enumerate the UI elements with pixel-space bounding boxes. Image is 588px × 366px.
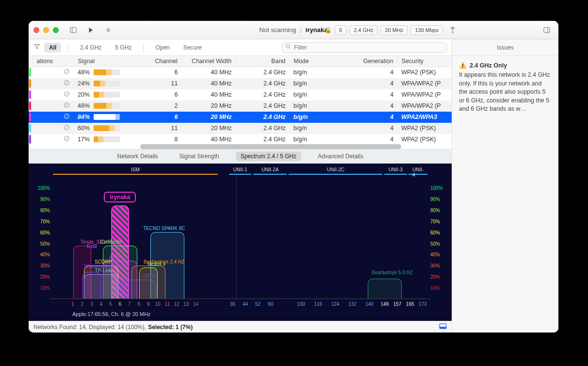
pill-channel[interactable]: 6	[335, 25, 346, 35]
issues-sidebar: Issues ⚠️ 2.4 GHz Only It appears this n…	[452, 39, 558, 333]
channel-tick: 44	[243, 301, 248, 307]
antenna-icon[interactable]	[446, 25, 459, 35]
search-box[interactable]	[282, 42, 447, 53]
tab-advanced-details[interactable]: Advanced Details	[313, 151, 368, 161]
close-window-button[interactable]	[33, 27, 39, 33]
table-row[interactable]: 24% 11 40 MHz 2.4 GHz b/g/n 4 WPA/WPA2 (…	[29, 78, 452, 89]
table-row[interactable]: 60% 11 20 MHz 2.4 GHz b/g/n 4 WPA2 (PSK)	[29, 123, 452, 134]
col-width[interactable]: Channel Width	[181, 56, 235, 67]
issue-item[interactable]: ⚠️ 2.4 GHz Only It appears this network …	[452, 56, 558, 119]
col-signal[interactable]: Signal	[74, 56, 128, 67]
signal-text: 84%	[78, 114, 90, 120]
y-tick: 10%	[430, 285, 450, 291]
cell-generation: 4	[343, 100, 397, 112]
secure-icon	[64, 81, 70, 87]
pill-rate[interactable]: 130 Mbps	[410, 25, 442, 35]
filter-secure[interactable]: Secure	[179, 43, 207, 52]
col-security[interactable]: Security	[397, 56, 451, 67]
network-shape[interactable]	[82, 272, 101, 299]
table-row[interactable]: 48% 2 20 MHz 2.4 GHz b/g/n 4 WPA/WPA2 (P	[29, 100, 452, 112]
selected-network-bubble: irynaka	[104, 192, 136, 202]
svg-line-11	[65, 81, 68, 84]
channel-tick: 4	[100, 301, 103, 307]
table-row[interactable]: 84% 6 20 MHz 2.4 GHz b/g/n 4 WPA2/WPA3	[29, 112, 452, 123]
band-label: UNII-4	[412, 167, 424, 178]
signal-bar	[94, 103, 120, 109]
zoom-window-button[interactable]	[53, 27, 59, 33]
cell-width: 20 MHz	[181, 112, 235, 123]
channel-tick: 36	[230, 301, 235, 307]
y-tick: 80%	[31, 208, 50, 213]
signal-bar	[94, 92, 120, 98]
search-input[interactable]	[294, 44, 443, 51]
cell-generation: 4	[343, 112, 397, 123]
filter-5ghz[interactable]: 5 GHz	[110, 43, 136, 52]
cell-mode: b/g/n	[290, 134, 343, 145]
filter-24ghz[interactable]: 2.4 GHz	[75, 43, 106, 52]
band-label: ISM	[131, 167, 140, 172]
titlebar: Not scanning | irynaka 🔒 6 2.4 GHz 20 MH…	[29, 21, 558, 39]
network-shape[interactable]	[368, 279, 402, 299]
tab-signal-strength[interactable]: Signal Strength	[175, 151, 224, 161]
cell-generation: 4	[343, 89, 397, 100]
app-window: Not scanning | irynaka 🔒 6 2.4 GHz 20 MH…	[29, 21, 558, 333]
filter-all[interactable]: All	[44, 43, 61, 52]
cell-band: 2.4 GHz	[236, 100, 290, 112]
cell-security: WPA2 (PSK)	[397, 134, 451, 145]
tab-network-details[interactable]: Network Details	[113, 151, 163, 161]
network-label: ARU	[110, 254, 120, 260]
stop-scan-button[interactable]	[101, 25, 115, 35]
y-tick: 70%	[430, 219, 450, 224]
col-mode[interactable]: Mode	[290, 56, 343, 67]
cell-generation: 4	[343, 78, 397, 89]
right-panel-toggle-icon[interactable]	[540, 25, 554, 35]
detail-panel-icon[interactable]	[439, 323, 447, 331]
svg-line-17	[65, 115, 68, 118]
channel-tick: 10	[155, 301, 161, 307]
issue-body: It appears this network is 2.4 GHz only.…	[459, 71, 552, 114]
cell-channel: 8	[128, 134, 181, 145]
svg-line-9	[65, 70, 68, 74]
status-text: Networks Found: 14, Displayed: 14 (100%)…	[33, 324, 146, 331]
sidebar-toggle-icon[interactable]	[66, 25, 80, 35]
svg-line-15	[65, 103, 68, 107]
pill-band[interactable]: 2.4 GHz	[349, 25, 377, 35]
cell-band: 2.4 GHz	[236, 134, 290, 145]
channel-tick: 1	[71, 301, 74, 307]
band-label: UNII-2C	[327, 167, 344, 172]
cell-security: WPA/WPA2 (P	[397, 100, 451, 112]
col-channel[interactable]: Channel	[128, 56, 181, 67]
filter-open[interactable]: Open	[150, 43, 174, 52]
pill-width[interactable]: 20 MHz	[380, 25, 408, 35]
cell-generation: 4	[343, 123, 397, 134]
play-scan-button[interactable]	[84, 25, 98, 35]
cell-channel: 11	[128, 78, 181, 89]
cell-security: WPA2/WPA3	[397, 112, 451, 123]
cell-channel: 11	[128, 123, 181, 134]
table-row[interactable]: 48% 6 40 MHz 2.4 GHz b/g/n 4 WPA2 (PSK)	[29, 67, 452, 78]
band-header: ISMUNII-1UNII-2AUNII-2CUNII-3UNII-4	[53, 168, 427, 176]
filter-funnel-icon[interactable]	[33, 43, 40, 51]
status-bar: Networks Found: 14, Displayed: 14 (100%)…	[29, 321, 452, 333]
table-row[interactable]: 20% 6 40 MHz 2.4 GHz b/g/n 4 WPA/WPA2 (P	[29, 89, 452, 100]
table-row[interactable]: 17% 8 40 MHz 2.4 GHz b/g/n 4 WPA2 (PSK)	[29, 134, 452, 145]
minimize-window-button[interactable]	[43, 27, 49, 33]
svg-rect-4	[544, 27, 550, 33]
channel-tick: 60	[268, 301, 273, 307]
window-controls	[33, 27, 59, 33]
col-band[interactable]: Band	[236, 56, 290, 67]
spectrum-footer: Apple:17:65:56, Ch. 6 @ 20 MHz	[69, 311, 151, 317]
col-generation[interactable]: Generation	[343, 56, 397, 67]
channel-tick: 6	[119, 301, 122, 307]
signal-text: 60%	[78, 125, 90, 132]
tab-spectrum[interactable]: Spectrum 2.4 / 5 GHz	[236, 151, 301, 161]
cell-security: WPA2 (PSK)	[397, 67, 451, 78]
cell-band: 2.4 GHz	[236, 112, 290, 123]
cell-channel: 6	[128, 89, 181, 100]
cell-mode: b/g/n	[290, 123, 343, 134]
secure-icon	[64, 103, 70, 110]
col-ations[interactable]: ations	[33, 56, 74, 67]
y-tick: 20%	[31, 274, 50, 280]
signal-text: 48%	[78, 69, 90, 76]
horizontal-scrollbar[interactable]	[140, 144, 401, 149]
